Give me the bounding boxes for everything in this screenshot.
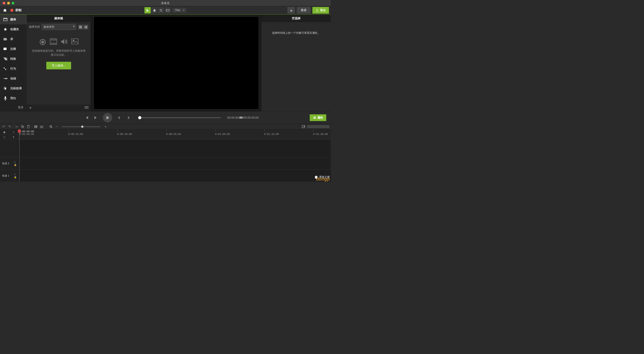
details-icon bbox=[84, 26, 87, 28]
import-media-button[interactable]: 导入媒体... bbox=[46, 62, 71, 69]
marker-button[interactable]: ◆ bbox=[0, 130, 9, 134]
login-button[interactable]: 登录 bbox=[297, 7, 310, 14]
ruler-tick: 0:00:00;00 bbox=[19, 133, 34, 136]
paste-button[interactable] bbox=[26, 124, 31, 129]
svg-rect-4 bbox=[5, 38, 6, 41]
grid-icon bbox=[85, 106, 88, 109]
playhead-handle[interactable] bbox=[18, 130, 21, 133]
grid-view-button[interactable] bbox=[85, 106, 88, 109]
close-window-button[interactable] bbox=[3, 2, 5, 5]
properties-toggle-label: 属性 bbox=[317, 116, 323, 120]
timeline-overview[interactable] bbox=[307, 125, 330, 128]
zoom-fit-button[interactable] bbox=[49, 124, 53, 129]
svg-rect-15 bbox=[79, 28, 82, 28]
select-tool[interactable] bbox=[144, 7, 150, 14]
maximize-window-button[interactable] bbox=[12, 2, 14, 5]
magnifier-icon bbox=[50, 125, 52, 128]
track-label-1[interactable]: 轨道 1 ⊘ 🔒 bbox=[0, 170, 18, 182]
zoom-in-button[interactable]: + bbox=[103, 124, 108, 129]
copy-button[interactable] bbox=[20, 124, 25, 129]
sidebar-item-library[interactable]: 库 bbox=[0, 34, 27, 44]
film-icon bbox=[50, 39, 57, 45]
library-icon bbox=[3, 37, 8, 41]
quiz-button[interactable]: ◇ bbox=[0, 135, 9, 139]
next-marker-button[interactable] bbox=[125, 114, 132, 121]
sidebar-item-media[interactable]: 媒体 bbox=[0, 15, 27, 24]
next-frame-button[interactable] bbox=[92, 114, 99, 121]
snapshot-button[interactable] bbox=[39, 124, 44, 129]
ruler-tick: 0:01:15;00 bbox=[264, 133, 279, 136]
svg-point-23 bbox=[42, 41, 44, 43]
track-disable-icon[interactable]: ⊘ bbox=[14, 173, 16, 175]
timeline-zoom-slider[interactable] bbox=[62, 126, 100, 127]
download-button[interactable] bbox=[287, 7, 295, 14]
sort-select[interactable]: 媒体类型 bbox=[42, 24, 76, 30]
prev-marker-button[interactable] bbox=[116, 114, 122, 121]
scrubber-handle[interactable] bbox=[138, 116, 141, 119]
svg-rect-38 bbox=[36, 125, 37, 128]
star-icon bbox=[3, 27, 8, 32]
add-track-button[interactable]: + bbox=[9, 130, 18, 134]
timeline-tracks bbox=[18, 139, 331, 182]
zoom-select[interactable]: 75% bbox=[171, 8, 186, 13]
pan-tool[interactable] bbox=[151, 7, 157, 14]
preview-canvas[interactable] bbox=[94, 16, 259, 109]
prev-frame-button[interactable] bbox=[83, 114, 90, 121]
sidebar-item-cursor-effects[interactable]: 光标效果 bbox=[0, 84, 27, 93]
undo-button[interactable]: ↶ bbox=[1, 124, 6, 129]
sidebar-label: 行为 bbox=[10, 67, 16, 71]
share-icon bbox=[316, 9, 319, 12]
minimize-window-button[interactable] bbox=[7, 2, 10, 5]
svg-rect-32 bbox=[88, 108, 88, 109]
playback-scrubber[interactable] bbox=[138, 117, 221, 118]
media-panel-title: 媒体箱 bbox=[27, 15, 90, 22]
svg-rect-21 bbox=[86, 28, 87, 28]
collapse-tracks-button[interactable]: ▾ bbox=[9, 135, 18, 139]
cut-button[interactable]: ✂ bbox=[14, 124, 19, 129]
sidebar-item-transitions[interactable]: 转换 bbox=[0, 54, 27, 64]
zoom-out-button[interactable]: − bbox=[54, 124, 59, 129]
annotation-icon: a bbox=[3, 47, 8, 51]
track-label-2[interactable]: 轨道 2 ⊘ 🔒 bbox=[0, 157, 18, 170]
track-name: 轨道 2 bbox=[2, 162, 9, 165]
sidebar-item-favorites[interactable]: 收藏夹 bbox=[0, 24, 27, 34]
add-media-button[interactable]: + bbox=[29, 105, 32, 111]
properties-toggle-button[interactable]: 属性 bbox=[310, 114, 326, 121]
camera-icon bbox=[40, 126, 43, 128]
media-empty-state: 您的媒体箱是空的。屏幕录制和导入的媒体将显示在此处。 导入媒体... bbox=[27, 32, 90, 105]
play-button[interactable] bbox=[103, 113, 112, 122]
sidebar-item-narration[interactable]: 旁白 bbox=[0, 93, 27, 103]
track-row-empty[interactable] bbox=[18, 139, 331, 157]
zoom-slider-handle[interactable] bbox=[81, 126, 84, 128]
svg-rect-19 bbox=[86, 27, 87, 27]
right-tools: 登录 导出 bbox=[287, 7, 329, 14]
media-panel-footer: + bbox=[27, 105, 90, 111]
track-disable-icon[interactable]: ⊘ bbox=[14, 161, 16, 163]
sidebar-label: 注释 bbox=[10, 47, 16, 51]
timeline-content[interactable]: 0:00:00;00 0:00:00;00 0:00:15;00 0:00:30… bbox=[18, 130, 331, 182]
detach-timeline-button[interactable] bbox=[301, 124, 306, 129]
sidebar-more[interactable]: 更多 bbox=[0, 103, 27, 112]
sidebar-item-annotations[interactable]: a 注释 bbox=[0, 44, 27, 54]
titlebar: 未命名 bbox=[0, 0, 331, 6]
track-row-1[interactable] bbox=[18, 170, 331, 182]
timeline-left-controls: ◆ + ◇ ▾ 轨道 2 ⊘ 🔒 轨道 1 ⊘ 🔒 bbox=[0, 130, 18, 182]
sidebar-item-behaviors[interactable]: 行为 bbox=[0, 64, 27, 74]
split-button[interactable] bbox=[34, 124, 38, 129]
redo-button[interactable]: ↷ bbox=[7, 124, 12, 129]
home-button[interactable] bbox=[2, 7, 8, 14]
record-button[interactable]: 录制 bbox=[8, 8, 24, 13]
track-lock-icon[interactable]: 🔒 bbox=[14, 176, 16, 178]
track-row-2[interactable] bbox=[18, 157, 331, 170]
export-button[interactable]: 导出 bbox=[312, 7, 329, 14]
magnet-tool[interactable] bbox=[164, 7, 170, 14]
timeline-ruler[interactable]: 0:00:00;00 0:00:00;00 0:00:15;00 0:00:30… bbox=[18, 130, 331, 139]
sidebar-item-animations[interactable]: 动画 bbox=[0, 74, 27, 84]
track-lock-icon[interactable]: 🔒 bbox=[14, 164, 16, 166]
chevron-right-icon bbox=[127, 116, 130, 119]
total-time: 00:00:00;00 bbox=[243, 116, 259, 119]
crop-tool[interactable] bbox=[158, 7, 164, 14]
view-list-button[interactable] bbox=[78, 25, 83, 30]
svg-rect-28 bbox=[86, 106, 87, 107]
view-details-button[interactable] bbox=[84, 25, 88, 30]
